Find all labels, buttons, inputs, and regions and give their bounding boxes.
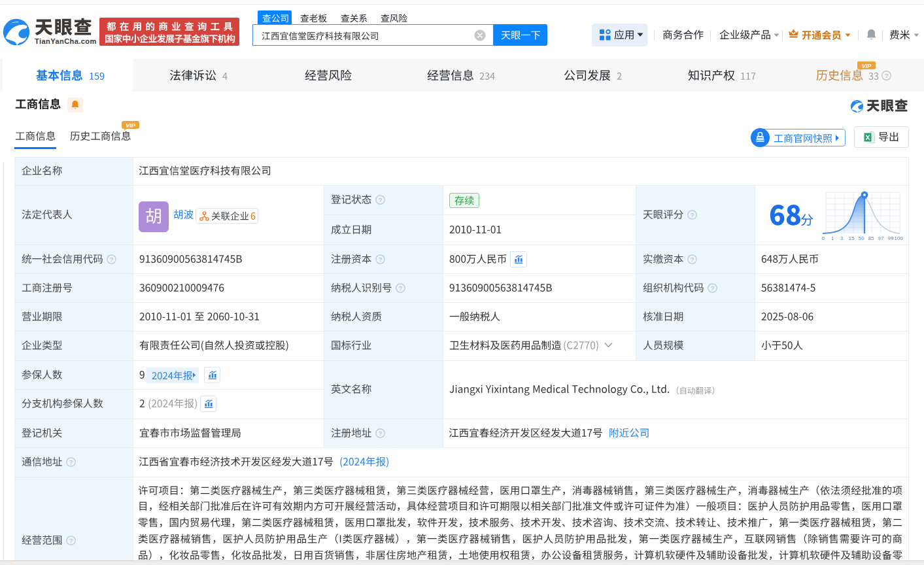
svg-text:?: ? xyxy=(379,429,382,436)
svg-text:?: ? xyxy=(885,72,888,79)
svg-text:VIP: VIP xyxy=(862,63,872,69)
svg-text:99: 99 xyxy=(888,235,894,241)
svg-text:?: ? xyxy=(110,255,113,262)
svg-text:?: ? xyxy=(691,255,694,262)
svg-text:?: ? xyxy=(711,284,714,291)
svg-text:?: ? xyxy=(69,536,73,543)
svg-text:0: 0 xyxy=(822,235,825,241)
svg-text:85: 85 xyxy=(868,235,874,241)
svg-text:?: ? xyxy=(379,255,382,262)
svg-text:15: 15 xyxy=(849,235,855,241)
svg-text:?: ? xyxy=(379,196,382,203)
svg-text:?: ? xyxy=(69,458,73,466)
svg-text:?: ? xyxy=(399,284,402,291)
svg-text:?: ? xyxy=(691,211,694,218)
svg-text:VIP: VIP xyxy=(126,122,136,129)
svg-text:97: 97 xyxy=(878,235,884,241)
svg-text:50: 50 xyxy=(859,235,864,241)
svg-text:3: 3 xyxy=(840,235,844,241)
svg-text:100: 100 xyxy=(894,235,903,241)
svg-text:1: 1 xyxy=(831,235,834,241)
